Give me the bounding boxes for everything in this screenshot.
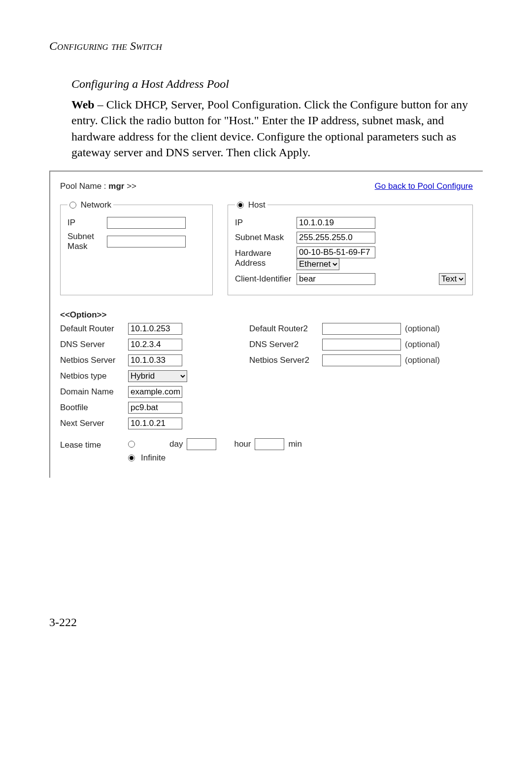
network-radio[interactable]: Network	[67, 200, 113, 210]
section-title: Configuring a Host Address Pool	[71, 77, 483, 91]
netbios-server-input[interactable]	[128, 354, 182, 366]
radio-icon	[69, 202, 76, 209]
lease-min-label: min	[288, 439, 301, 449]
host-hw-type-select[interactable]: Ethernet	[297, 258, 339, 270]
netbios-type-select[interactable]: Hybrid	[128, 370, 187, 382]
lease-finite-radio[interactable]	[128, 441, 135, 448]
optional-note: (optional)	[405, 340, 473, 350]
host-ip-input[interactable]	[297, 217, 375, 229]
lease-infinite-label: Infinite	[141, 453, 166, 463]
default-router-input[interactable]	[128, 323, 182, 335]
domain-name-label: Domain Name	[60, 387, 124, 397]
default-router2-label: Default Router2	[249, 324, 318, 334]
network-group: Network IP Subnet Mask	[60, 200, 213, 295]
lease-day-label: day	[169, 439, 183, 449]
netbios-type-label: Netbios type	[60, 371, 124, 381]
chapter-title: Configuring the Switch	[49, 39, 483, 53]
host-mask-label: Subnet Mask	[235, 233, 292, 243]
body-paragraph: Web – Click DHCP, Server, Pool Configura…	[71, 97, 483, 161]
optional-note: (optional)	[405, 355, 473, 365]
next-server-label: Next Server	[60, 419, 124, 428]
body-rest: – Click DHCP, Server, Pool Configuration…	[71, 98, 468, 159]
host-cid-type-select[interactable]: Text	[439, 273, 466, 285]
network-mask-input[interactable]	[107, 236, 186, 247]
dns-server-label: DNS Server	[60, 340, 124, 350]
lease-infinite-radio[interactable]	[128, 455, 135, 461]
lease-day-input[interactable]	[187, 438, 216, 450]
bootfile-label: Bootfile	[60, 403, 124, 413]
optional-note: (optional)	[405, 324, 473, 334]
options-header: <<Option>>	[60, 310, 473, 320]
dns-server2-label: DNS Server2	[249, 340, 318, 350]
next-server-input[interactable]	[128, 418, 182, 429]
host-hw-label: Hardware Address	[235, 248, 292, 268]
default-router-label: Default Router	[60, 324, 124, 334]
netbios-server2-input[interactable]	[322, 354, 401, 366]
pool-name-label: Pool Name : mgr >>	[60, 181, 136, 191]
host-cid-input[interactable]	[297, 273, 375, 285]
host-radio[interactable]: Host	[235, 200, 267, 210]
netbios-server-label: Netbios Server	[60, 355, 124, 365]
network-ip-input[interactable]	[107, 217, 186, 229]
dns-server-input[interactable]	[128, 339, 182, 351]
host-mask-input[interactable]	[297, 232, 375, 244]
default-router2-input[interactable]	[322, 323, 401, 335]
radio-icon	[237, 202, 244, 209]
lease-time-label: Lease time	[60, 438, 119, 450]
body-lead: Web	[71, 98, 95, 111]
dhcp-pool-config-panel: Pool Name : mgr >> Go back to Pool Confi…	[49, 171, 483, 478]
dns-server2-input[interactable]	[322, 339, 401, 351]
host-ip-label: IP	[235, 218, 292, 228]
page-number: 3-222	[49, 616, 483, 629]
domain-name-input[interactable]	[128, 386, 182, 398]
network-ip-label: IP	[67, 218, 102, 228]
netbios-server2-label: Netbios Server2	[249, 355, 318, 365]
back-to-pool-configure-link[interactable]: Go back to Pool Configure	[375, 181, 473, 191]
host-group: Host IP Subnet Mask Hardware Address Eth…	[228, 200, 473, 295]
lease-hour-input[interactable]	[255, 438, 284, 450]
host-cid-label: Client-Identifier	[235, 274, 292, 284]
network-mask-label: Subnet Mask	[67, 232, 102, 251]
bootfile-input[interactable]	[128, 402, 182, 414]
host-hw-input[interactable]	[297, 246, 375, 258]
lease-hour-label: hour	[234, 439, 251, 449]
